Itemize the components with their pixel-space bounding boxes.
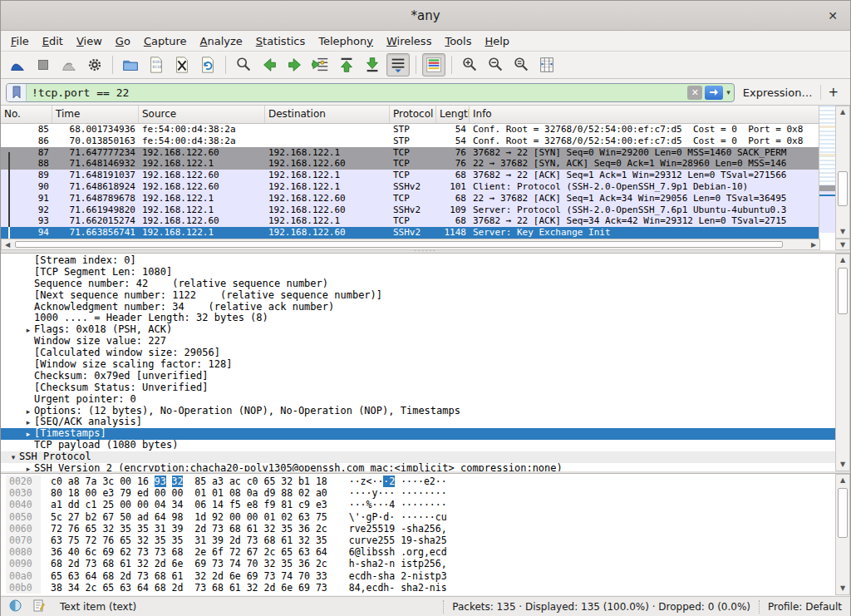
column-header-time[interactable]: Time [52, 106, 139, 123]
menu-view[interactable]: View [70, 32, 109, 50]
save-file-icon[interactable]: 01010110 [145, 53, 168, 76]
go-first-icon[interactable] [335, 53, 358, 76]
scroll-down-icon[interactable]: ▼ [836, 583, 849, 594]
hex-row[interactable]: 00505c 27 b2 67 50 ad 64 98 1d 92 00 00 … [6, 511, 447, 523]
detail-line[interactable]: ▾SSH Protocol [1, 451, 835, 463]
detail-line[interactable]: [Next sequence number: 1122 (relative se… [1, 290, 835, 302]
detail-line[interactable]: ▸[SEQ/ACK analysis] [1, 416, 835, 428]
column-header-length[interactable]: Length [436, 106, 470, 123]
expression-button[interactable]: Expression… [740, 86, 816, 99]
menu-tools[interactable]: Tools [438, 32, 478, 50]
capture-comment-icon[interactable] [33, 599, 45, 614]
expert-info-icon[interactable] [9, 599, 22, 614]
restart-capture-icon[interactable] [57, 53, 81, 76]
zoom-out-icon[interactable] [484, 53, 507, 76]
hex-row[interactable]: 007063 75 72 76 65 32 35 35 31 39 2d 73 … [6, 535, 447, 546]
detail-line[interactable]: ▸[Timestamps] [1, 428, 835, 440]
packet-row[interactable]: 8871.648146932192.168.122.1192.168.122.6… [1, 158, 820, 170]
vscroll-thumb[interactable] [838, 488, 848, 538]
go-forward-icon[interactable] [283, 53, 307, 76]
vscroll-thumb[interactable] [838, 171, 848, 206]
collapse-icon[interactable]: ▾ [7, 452, 19, 463]
hex-row[interactable]: 009068 2d 73 68 61 32 2d 6e 69 73 74 70 … [6, 558, 447, 569]
resize-columns-icon[interactable] [535, 53, 558, 76]
scroll-down-icon[interactable]: ▼ [836, 226, 849, 238]
column-header-source[interactable]: Source [139, 106, 265, 123]
packet-row[interactable]: 9371.662015274192.168.122.60192.168.122.… [1, 215, 820, 227]
zoom-reset-icon[interactable] [509, 53, 533, 76]
go-to-packet-icon[interactable] [309, 53, 332, 76]
zoom-in-icon[interactable] [458, 53, 481, 76]
scroll-up-icon[interactable]: ▲ [836, 254, 849, 266]
menu-help[interactable]: Help [478, 32, 516, 50]
display-filter-field[interactable]: !tcp.port == 22 ✕ ▾ [6, 83, 735, 102]
hscroll-thumb[interactable] [15, 241, 783, 248]
detail-line[interactable]: Acknowledgment number: 34 (relative ack … [1, 302, 835, 313]
column-header-info[interactable]: Info [470, 106, 820, 123]
packet-row[interactable]: 8568.001734936fe:54:00:d4:38:2aSTP54Conf… [1, 124, 820, 136]
display-filter-input[interactable]: !tcp.port == 22 [27, 86, 687, 99]
find-packet-icon[interactable] [232, 53, 255, 76]
expand-icon[interactable]: ▸ [22, 429, 34, 440]
filter-clear-icon[interactable]: ✕ [687, 86, 702, 100]
vscroll-thumb[interactable] [838, 268, 848, 314]
scroll-left-icon[interactable]: ◀ [2, 239, 13, 251]
expand-icon[interactable]: ▸ [22, 464, 34, 471]
packet-list-vscroll-bottom[interactable]: ▼ [835, 239, 850, 250]
packet-row[interactable]: 8670.013850163fe:54:00:d4:38:2aSTP54Conf… [1, 136, 820, 147]
detail-line[interactable]: Window size value: 227 [1, 336, 835, 347]
filter-bookmark-icon[interactable] [7, 84, 27, 101]
packet-row[interactable]: 9071.648618924192.168.122.60192.168.122.… [1, 181, 820, 193]
hex-row[interactable]: 0040a1 dd c1 25 00 00 04 34 06 14 f5 e8 … [6, 499, 447, 510]
packet-list-vscrollbar[interactable]: ▲ ▼ [835, 106, 850, 239]
detail-line[interactable]: [Calculated window size: 29056] [1, 347, 835, 359]
auto-scroll-icon[interactable] [386, 53, 410, 76]
profile-selector[interactable]: Profile: Default [768, 601, 842, 613]
capture-options-icon[interactable] [83, 53, 106, 76]
detail-vscrollbar[interactable]: ▲ ▼ [835, 254, 850, 471]
hex-vscrollbar[interactable]: ▲ ▼ [835, 474, 850, 595]
scroll-down-icon[interactable]: ▼ [836, 239, 849, 251]
detail-line[interactable]: ▸Flags: 0x018 (PSH, ACK) [1, 324, 835, 336]
detail-line[interactable]: 1000 .... = Header Length: 32 bytes (8) [1, 313, 835, 324]
detail-line[interactable]: TCP payload (1080 bytes) [1, 440, 835, 451]
detail-line[interactable]: [Window size scaling factor: 128] [1, 359, 835, 371]
scroll-up-icon[interactable]: ▲ [836, 475, 849, 486]
filter-apply-icon[interactable] [705, 86, 723, 100]
hex-row[interactable]: 003080 18 00 e3 79 ed 00 00 01 01 08 0a … [6, 487, 447, 499]
menu-telephony[interactable]: Telephony [312, 32, 380, 50]
go-back-icon[interactable] [258, 53, 281, 76]
menu-edit[interactable]: Edit [36, 32, 70, 50]
close-file-icon[interactable] [170, 53, 194, 76]
menu-statistics[interactable]: Statistics [249, 32, 312, 50]
detail-line[interactable]: ▸Options: (12 bytes), No-Operation (NOP)… [1, 406, 835, 417]
go-last-icon[interactable] [361, 53, 384, 76]
close-window-icon[interactable]: ✕ [825, 8, 840, 23]
filter-history-caret-icon[interactable]: ▾ [726, 88, 734, 96]
menu-wireless[interactable]: Wireless [380, 32, 438, 50]
packet-row[interactable]: 8771.647777234192.168.122.60192.168.122.… [1, 147, 820, 159]
packet-row[interactable]: 9471.663856741192.168.122.1192.168.122.6… [1, 227, 820, 239]
detail-line[interactable]: Checksum: 0x79ed [unverified] [1, 371, 835, 382]
open-file-icon[interactable] [119, 53, 142, 76]
detail-line[interactable]: [TCP Segment Len: 1080] [1, 267, 835, 278]
colorize-icon[interactable] [422, 53, 445, 76]
packet-row[interactable]: 9171.648789678192.168.122.1192.168.122.6… [1, 193, 820, 205]
scroll-right-icon[interactable]: ▶ [808, 239, 819, 251]
expand-icon[interactable]: ▸ [22, 417, 34, 428]
hex-row[interactable]: 00a065 63 64 68 2d 73 68 61 32 2d 6e 69 … [6, 570, 447, 582]
detail-line[interactable]: Urgent pointer: 0 [1, 394, 835, 406]
menu-analyze[interactable]: Analyze [194, 32, 249, 50]
stop-capture-icon[interactable] [32, 53, 55, 76]
detail-line[interactable]: [Stream index: 0] [1, 255, 835, 267]
hex-row[interactable]: 006072 76 65 32 35 35 31 39 2d 73 68 61 … [6, 523, 447, 535]
menu-file[interactable]: File [4, 32, 36, 50]
expand-icon[interactable]: ▸ [22, 407, 34, 417]
detail-line[interactable]: [Checksum Status: Unverified] [1, 382, 835, 394]
column-header-no[interactable]: No. [1, 106, 52, 123]
scroll-down-icon[interactable]: ▼ [836, 459, 849, 471]
hex-row[interactable]: 0020c0 a8 7a 3c 00 16 93 32 85 a3 ac c0 … [6, 476, 447, 487]
column-header-protocol[interactable]: Protocol [390, 106, 436, 123]
expand-icon[interactable]: ▸ [22, 325, 34, 336]
packet-list-hscrollbar[interactable]: ◀ ▶ [1, 239, 820, 250]
